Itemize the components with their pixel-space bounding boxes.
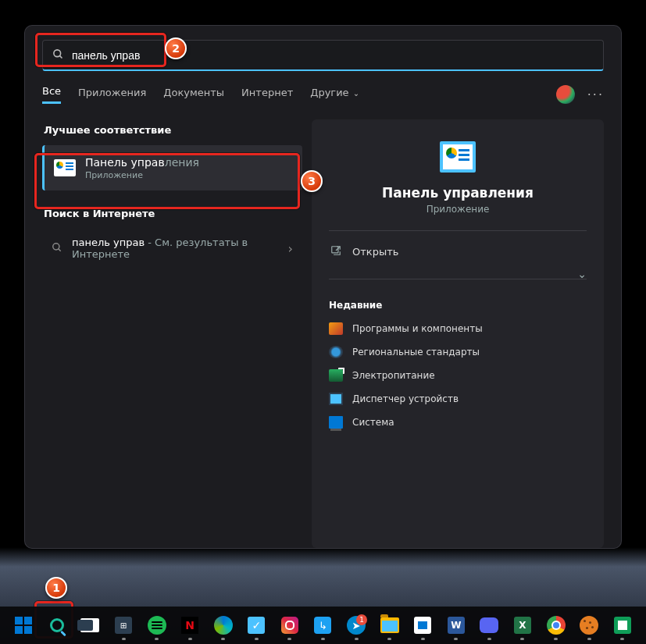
taskbar-twitter[interactable]: ↳ <box>307 610 339 641</box>
recent-item-programs[interactable]: Программы и компоненты <box>329 317 587 340</box>
taskbar-discord[interactable] <box>473 610 505 641</box>
search-box[interactable] <box>42 40 604 71</box>
task-view-icon <box>80 618 99 632</box>
netflix-icon: N <box>181 617 198 634</box>
svg-line-1 <box>59 55 62 58</box>
recent-item-power[interactable]: Электропитание <box>329 364 587 387</box>
divider <box>329 279 587 279</box>
web-search-label: Поиск в Интернете <box>44 208 302 219</box>
detail-subtitle: Приложение <box>427 204 490 215</box>
start-search-panel: Все Приложения Документы Интернет Другие… <box>24 25 622 549</box>
control-panel-icon <box>54 159 76 176</box>
control-panel-icon <box>440 141 476 173</box>
web-search-text: панель управ - См. результаты в Интернет… <box>72 237 279 260</box>
expand-chevron-icon[interactable]: ⌄ <box>577 268 587 280</box>
taskbar-store[interactable] <box>407 610 439 641</box>
region-icon <box>329 346 343 358</box>
taskbar-calculator[interactable]: ⊞ <box>108 610 140 641</box>
calculator-icon: ⊞ <box>115 617 132 634</box>
search-icon <box>50 618 64 632</box>
notification-badge: 1 <box>356 614 367 625</box>
results-column: Лучшее соответствие Панель управления Пр… <box>25 119 302 548</box>
taskbar-word[interactable]: W <box>441 610 473 641</box>
sheets-icon <box>614 617 631 634</box>
chrome-icon <box>547 616 566 635</box>
todo-icon <box>248 617 265 634</box>
windows-icon <box>15 617 32 634</box>
taskbar-chrome[interactable] <box>540 610 572 641</box>
instagram-icon <box>281 617 298 634</box>
file-explorer-icon <box>380 617 399 633</box>
user-avatar[interactable] <box>556 85 575 104</box>
programs-icon <box>329 322 343 335</box>
open-icon <box>329 245 343 258</box>
taskbar-edge[interactable] <box>207 610 239 641</box>
device-manager-icon <box>329 393 343 405</box>
excel-icon: X <box>514 617 531 634</box>
open-label: Открыть <box>352 246 398 258</box>
chevron-down-icon: ⌄ <box>351 89 360 98</box>
search-button[interactable] <box>41 610 73 641</box>
best-match-label: Лучшее соответствие <box>44 124 302 136</box>
tab-apps[interactable]: Приложения <box>78 87 146 103</box>
search-icon <box>52 48 64 62</box>
filter-tabs: Все Приложения Документы Интернет Другие… <box>42 85 604 104</box>
system-icon <box>329 416 343 429</box>
start-button[interactable] <box>8 610 40 641</box>
taskbar-netflix[interactable]: N <box>174 610 206 641</box>
search-input[interactable] <box>72 49 594 62</box>
power-icon <box>329 369 343 382</box>
web-search-item[interactable]: панель управ - См. результаты в Интернет… <box>42 229 302 268</box>
tab-more[interactable]: Другие ⌄ <box>310 87 359 103</box>
svg-point-2 <box>53 243 59 249</box>
taskbar-excel[interactable]: X <box>507 610 539 641</box>
ms-store-icon <box>414 617 431 634</box>
taskbar-spotify[interactable] <box>141 610 173 641</box>
word-icon: W <box>448 617 465 634</box>
spotify-icon <box>148 616 166 635</box>
detail-title: Панель управления <box>382 185 534 201</box>
result-title: Панель управления <box>85 156 199 169</box>
taskbar-todo[interactable] <box>241 610 273 641</box>
cookie-icon <box>580 616 598 635</box>
tab-web[interactable]: Интернет <box>241 87 293 103</box>
taskbar-explorer[interactable] <box>373 610 405 641</box>
recent-item-device-manager[interactable]: Диспетчер устройств <box>329 387 587 411</box>
recent-item-region[interactable]: Региональные стандарты <box>329 340 587 364</box>
taskbar-cookie[interactable] <box>573 610 605 641</box>
svg-point-0 <box>54 49 61 56</box>
taskbar-instagram[interactable] <box>274 610 306 641</box>
more-options-button[interactable]: ··· <box>587 87 604 102</box>
telegram-icon: ➤1 <box>347 616 366 635</box>
divider <box>329 230 587 231</box>
recent-item-system[interactable]: Система <box>329 411 587 434</box>
task-view-button[interactable] <box>74 610 106 641</box>
recent-label: Недавние <box>329 300 382 311</box>
taskbar: ⊞ N ↳ ➤1 W X <box>0 607 646 644</box>
tab-documents[interactable]: Документы <box>163 87 224 103</box>
tab-all[interactable]: Все <box>42 85 61 104</box>
taskbar-telegram[interactable]: ➤1 <box>341 610 373 641</box>
detail-pane: Панель управления Приложение Открыть ⌄ Н… <box>312 119 604 548</box>
twitter-icon: ↳ <box>314 617 331 634</box>
taskbar-sheets[interactable] <box>606 610 638 641</box>
result-subtitle: Приложение <box>85 170 199 180</box>
search-icon <box>52 242 62 255</box>
svg-line-3 <box>59 248 61 251</box>
discord-icon <box>480 617 498 633</box>
edge-icon <box>214 616 233 635</box>
chevron-right-icon: › <box>288 241 293 256</box>
result-control-panel[interactable]: Панель управления Приложение <box>42 145 302 190</box>
open-action[interactable]: Открыть <box>329 240 587 263</box>
annotation-marker-1: 1 <box>45 577 67 599</box>
